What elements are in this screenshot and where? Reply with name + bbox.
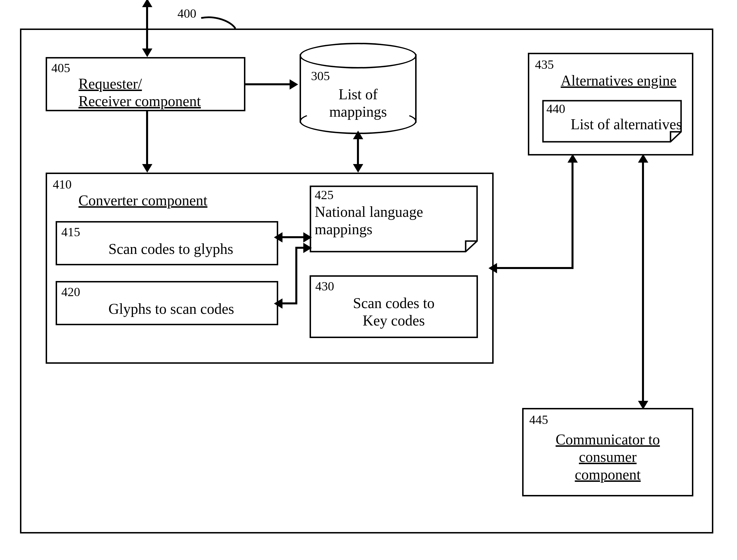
arrow-435-445-head-u — [638, 154, 648, 163]
scan-to-glyphs-title: Scan codes to glyphs — [108, 240, 233, 258]
requester-title: Requester/ Receiver component — [78, 75, 201, 110]
converter-ref: 410 — [53, 178, 72, 191]
list-alt-title: List of alternatives — [571, 116, 682, 133]
alternatives-engine-box: 435 Alternatives engine 440 List of alte… — [528, 53, 693, 155]
arrow-410-435-head-u — [568, 154, 578, 163]
arrow-410-435-v — [572, 158, 574, 269]
arrow-415-425-head-r — [303, 232, 312, 242]
arrow-420-425-v — [295, 247, 297, 304]
requester-receiver-box: 405 Requester/ Receiver component — [46, 57, 245, 111]
scan-to-key-box: 430 Scan codes to Key codes — [310, 275, 478, 338]
communicator-box: 445 Communicator to consumer component — [522, 408, 693, 496]
arrow-405-305-head — [290, 79, 298, 90]
requester-ref: 405 — [51, 62, 70, 74]
arrow-415-425-shaft — [280, 236, 307, 238]
converter-box: 410 Converter component 415 Scan codes t… — [46, 173, 494, 364]
glyphs-to-scan-ref: 420 — [61, 286, 80, 298]
glyphs-to-scan-title: Glyphs to scan codes — [108, 300, 234, 318]
list-of-alternatives-doc: 440 List of alternatives — [542, 100, 682, 143]
nl-mappings-doc: 425 National language mappings — [310, 185, 478, 252]
communicator-title: Communicator to consumer component — [524, 431, 692, 483]
glyphs-to-scan-box: 420 Glyphs to scan codes — [56, 281, 278, 325]
arrow-305-410-shaft — [357, 134, 359, 168]
external-arrow-shaft — [146, 3, 148, 54]
arrow-405-410-shaft — [146, 111, 148, 168]
arrow-305-410-head-up — [353, 131, 363, 139]
mappings-ref: 305 — [311, 70, 330, 82]
arrow-410-435-head-l — [488, 263, 497, 273]
arrow-410-435-h — [494, 267, 574, 269]
figure-ref-400: 400 — [177, 7, 196, 20]
arrow-420-425-head-into-425 — [303, 243, 312, 253]
arrow-435-445-shaft — [642, 158, 644, 404]
arrow-435-445-head-d — [638, 401, 648, 409]
scan-to-glyphs-box: 415 Scan codes to glyphs — [56, 221, 278, 265]
alternatives-ref: 435 — [535, 58, 554, 71]
scan-to-glyphs-ref: 415 — [61, 226, 80, 238]
arrow-405-410-head — [142, 164, 152, 173]
list-alt-ref: 440 — [546, 103, 565, 115]
nl-mappings-title: National language mappings — [315, 203, 423, 238]
arrow-405-305-shaft — [245, 83, 291, 85]
mappings-title: List of mappings — [300, 86, 417, 121]
external-arrow-head-up — [142, 0, 152, 7]
nl-mappings-ref: 425 — [315, 189, 334, 201]
external-arrow-head-down — [142, 48, 152, 57]
communicator-ref: 445 — [529, 414, 548, 426]
converter-title: Converter component — [78, 192, 207, 209]
arrow-420-425-head-into-420 — [274, 298, 282, 309]
mappings-cylinder: 305 List of mappings — [300, 43, 417, 134]
diagram-canvas: 400 405 Requester/ Receiver component 30… — [0, 0, 737, 560]
scan-to-key-ref: 430 — [315, 280, 334, 293]
scan-to-key-title: Scan codes to Key codes — [311, 294, 476, 329]
figure-ref-curve — [200, 13, 240, 30]
alternatives-title: Alternatives engine — [561, 72, 677, 89]
arrow-415-425-head-l — [274, 232, 282, 242]
arrow-305-410-head-down — [353, 164, 363, 173]
